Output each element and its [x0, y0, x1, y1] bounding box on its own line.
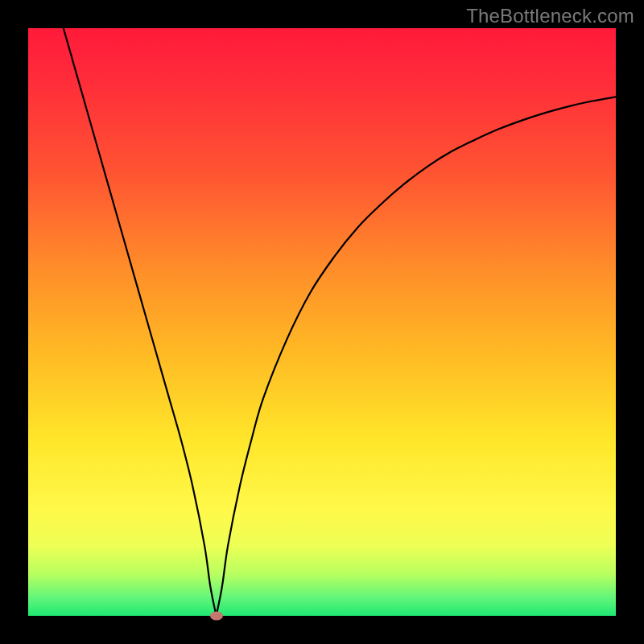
plot-area	[28, 28, 616, 616]
bottleneck-curve	[28, 28, 616, 616]
watermark-text: TheBottleneck.com	[466, 5, 634, 27]
minimum-marker	[210, 612, 223, 621]
chart-frame: TheBottleneck.com	[0, 0, 644, 644]
